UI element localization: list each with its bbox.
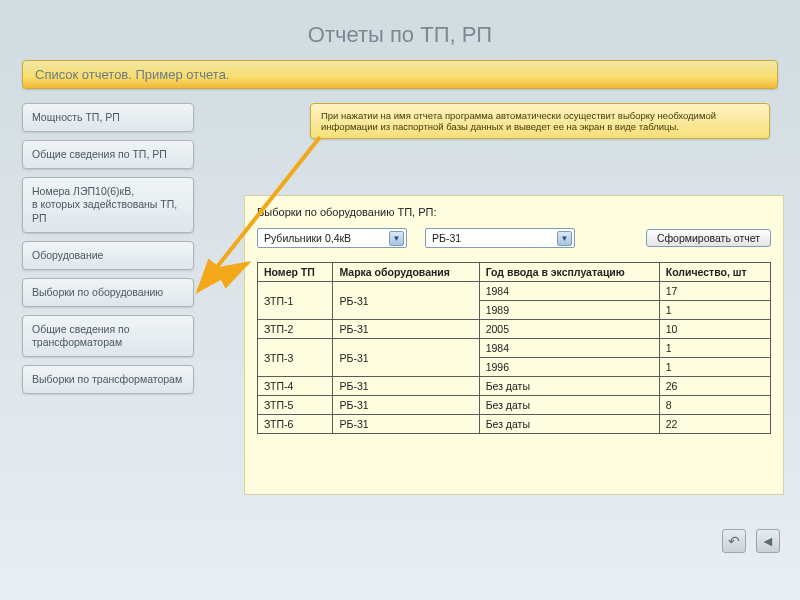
cell-tp: ЗТП-1 — [258, 282, 333, 320]
cell-qty: 1 — [659, 301, 770, 320]
cell-tp: ЗТП-4 — [258, 377, 333, 396]
cell-mark: РБ-31 — [333, 282, 479, 320]
return-icon[interactable]: ↶ — [722, 529, 746, 553]
table-row: ЗТП-4РБ-31Без даты26 — [258, 377, 771, 396]
cell-year: Без даты — [479, 377, 659, 396]
sidebar-item-equipment-sel[interactable]: Выборки по оборудованию — [22, 278, 194, 307]
table-row: ЗТП-6РБ-31Без даты22 — [258, 415, 771, 434]
dropdown-equipment-mark[interactable]: РБ-31 ▼ — [425, 228, 575, 248]
cell-tp: ЗТП-2 — [258, 320, 333, 339]
cell-qty: 22 — [659, 415, 770, 434]
panel-controls: Рубильники 0,4кВ ▼ РБ-31 ▼ Сформировать … — [257, 228, 771, 248]
dropdown-equipment-mark-value: РБ-31 — [432, 232, 461, 244]
cell-mark: РБ-31 — [333, 320, 479, 339]
cell-mark: РБ-31 — [333, 396, 479, 415]
content-area: Мощность ТП, РП Общие сведения по ТП, РП… — [0, 103, 800, 563]
cell-year: Без даты — [479, 415, 659, 434]
cell-qty: 1 — [659, 358, 770, 377]
sidebar-item-equipment[interactable]: Оборудование — [22, 241, 194, 270]
table-header: Год ввода в эксплуатацию — [479, 263, 659, 282]
result-table: Номер ТПМарка оборудованияГод ввода в эк… — [257, 262, 771, 434]
cell-year: 1996 — [479, 358, 659, 377]
cell-mark: РБ-31 — [333, 415, 479, 434]
cell-qty: 1 — [659, 339, 770, 358]
table-header: Количество, шт — [659, 263, 770, 282]
prev-icon[interactable]: ◄ — [756, 529, 780, 553]
cell-tp: ЗТП-6 — [258, 415, 333, 434]
table-row: ЗТП-5РБ-31Без даты8 — [258, 396, 771, 415]
sidebar: Мощность ТП, РП Общие сведения по ТП, РП… — [22, 103, 194, 402]
sidebar-item-general-trans[interactable]: Общие сведения по трансформаторам — [22, 315, 194, 357]
cell-qty: 17 — [659, 282, 770, 301]
svg-line-1 — [200, 263, 248, 289]
cell-qty: 10 — [659, 320, 770, 339]
cell-qty: 26 — [659, 377, 770, 396]
cell-mark: РБ-31 — [333, 339, 479, 377]
cell-year: 1984 — [479, 282, 659, 301]
table-row: ЗТП-1РБ-31198417 — [258, 282, 771, 301]
subtitle-bar: Список отчетов. Пример отчета. — [22, 60, 778, 89]
generate-report-button[interactable]: Сформировать отчет — [646, 229, 771, 247]
table-header: Номер ТП — [258, 263, 333, 282]
chevron-down-icon: ▼ — [389, 231, 404, 246]
cell-year: 2005 — [479, 320, 659, 339]
report-panel: Выборки по оборудованию ТП, РП: Рубильни… — [244, 195, 784, 495]
panel-heading: Выборки по оборудованию ТП, РП: — [257, 206, 771, 218]
table-row: ЗТП-2РБ-31200510 — [258, 320, 771, 339]
chevron-down-icon: ▼ — [557, 231, 572, 246]
dropdown-equipment-type[interactable]: Рубильники 0,4кВ ▼ — [257, 228, 407, 248]
sidebar-item-lep-numbers[interactable]: Номера ЛЭП10(6)кВ, в которых задействова… — [22, 177, 194, 232]
sidebar-item-general-tp[interactable]: Общие сведения по ТП, РП — [22, 140, 194, 169]
table-row: ЗТП-3РБ-3119841 — [258, 339, 771, 358]
table-header: Марка оборудования — [333, 263, 479, 282]
cell-year: 1984 — [479, 339, 659, 358]
cell-year: Без даты — [479, 396, 659, 415]
sidebar-item-power[interactable]: Мощность ТП, РП — [22, 103, 194, 132]
callout-note: При нажатии на имя отчета программа авто… — [310, 103, 770, 139]
cell-tp: ЗТП-3 — [258, 339, 333, 377]
nav-icons: ↶ ◄ — [722, 529, 780, 553]
sidebar-item-trans-sel[interactable]: Выборки по трансформаторам — [22, 365, 194, 394]
cell-qty: 8 — [659, 396, 770, 415]
page-title: Отчеты по ТП, РП — [0, 0, 800, 60]
cell-year: 1989 — [479, 301, 659, 320]
cell-tp: ЗТП-5 — [258, 396, 333, 415]
cell-mark: РБ-31 — [333, 377, 479, 396]
dropdown-equipment-type-value: Рубильники 0,4кВ — [264, 232, 351, 244]
